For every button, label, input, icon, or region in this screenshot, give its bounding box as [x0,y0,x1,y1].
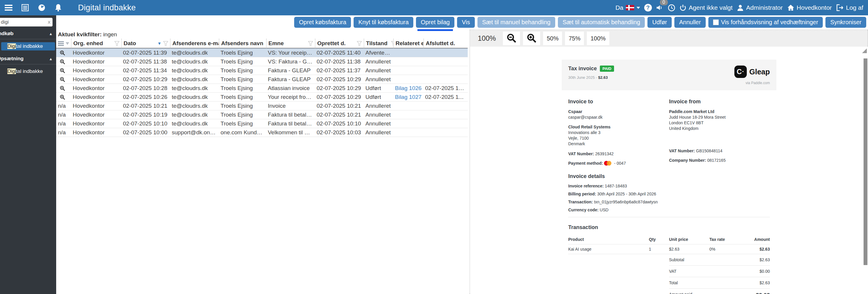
toolbar-button-saet-til-manuel-behandling[interactable]: Sæt til manuel behandling [477,17,555,28]
table-row[interactable]: Hovedkontor02-07-2025 10:29te@cloudrs.dk… [56,75,468,84]
zoom-100-button[interactable]: 100% [587,32,609,45]
logout-button[interactable]: Log af [836,4,863,11]
column-chooser-icon[interactable] [58,41,69,46]
toolbar-button-udfor[interactable]: Udfør [647,17,672,28]
bell-icon[interactable] [54,3,63,12]
filter-funnel-icon[interactable] [391,41,394,46]
table-row[interactable]: n/aHovedkontor02-07-2025 10:10te@cloudrs… [56,119,468,128]
column-header-afsenderens-email[interactable]: Afsenderens e-mail [170,39,219,48]
row-cell-emne: VS: Faktura - GLEAP [266,59,315,65]
sidebar-item-digital-indbakke-0[interactable]: Digital indbakke [1,42,55,50]
hamburger-menu-icon[interactable] [4,3,13,12]
table-row[interactable]: n/aHovedkontor02-07-2025 10:21te@cloudrs… [56,102,468,110]
row-cell-afsenders-navn: Troels Ejsing [219,76,266,83]
search-clear-icon[interactable]: x [48,19,51,25]
search-input[interactable] [0,18,53,27]
table-row[interactable]: n/aHovedkontor02-07-2025 10:00support@dk… [56,128,468,137]
help-icon: ? [644,4,652,11]
row-cell-emne: Faktura til betaling [266,112,315,118]
preview-checkbox-icon[interactable] [713,20,719,25]
magnifier-icon[interactable] [60,68,69,73]
scrollbar-thumb[interactable] [864,59,867,265]
row-cell-dato: 02-07-2025 11:38 [121,59,170,65]
table-row[interactable]: Hovedkontor02-07-2025 11:38te@cloudrs.dk… [56,57,468,66]
row-cell-tilstand: Annulleret [364,67,393,74]
magnifier-icon[interactable] [60,85,69,91]
history-button[interactable] [668,4,675,11]
task-list-icon[interactable] [21,3,30,12]
magnifier-icon[interactable] [60,59,69,64]
column-header-relateret-enh[interactable]: Relateret enh... [393,39,423,48]
row-preview-cell [56,68,71,73]
toolbar-button-synkroniser[interactable]: Synkroniser [826,17,866,28]
preview-panel: 100% 50% 75% 100% Tax invoice PAID [469,30,868,294]
bilag-link[interactable]: Bilag 1027 [395,94,422,100]
magnifier-icon[interactable] [60,77,69,82]
sound-button[interactable]: 0 [656,4,664,11]
zoom-50-button[interactable]: 50% [543,32,562,45]
table-row[interactable]: Hovedkontor02-07-2025 11:34te@cloudrs.dk… [56,66,468,75]
sidebar-item-digital-indbakke-1[interactable]: Digital indbakke [1,67,55,76]
table-row[interactable]: Hovedkontor02-07-2025 11:39te@cloudrs.dk… [56,48,468,57]
language-selector[interactable]: Da [616,4,640,11]
column-header-afsenders-navn[interactable]: Afsenders navn [219,39,266,48]
agent-selector[interactable]: Agent ikke valgt [679,4,733,11]
row-cell-tilstand: Annulleret [364,103,393,109]
zoom-out-button[interactable] [503,32,520,45]
toolbar-button-opret-kobsfaktura[interactable]: Opret købsfaktura [294,17,351,28]
column-header-tilstand[interactable]: Tilstand [364,39,393,48]
row-cell-org-enhed: Hovedkontor [71,49,121,56]
filter-funnel-icon[interactable] [357,41,362,46]
invoice-title: Tax invoice [568,66,597,72]
invoice-details-lines: Invoice reference: 1487-18483Billing per… [568,184,770,212]
zoom-75-button[interactable]: 75% [565,32,584,45]
row-cell-org-enhed: Hovedkontor [71,112,121,118]
row-cell-afsenders-navn: one.com Kundeservice [219,129,266,136]
gauge-icon[interactable] [37,3,46,12]
filter-funnel-icon[interactable] [115,41,119,46]
filter-funnel-icon[interactable] [308,41,313,46]
toolbar-button-saet-til-automatisk-behandling[interactable]: Sæt til automatisk behandling [558,17,645,28]
power-icon [679,4,686,11]
filter-funnel-icon[interactable] [163,41,168,46]
column-header-preview[interactable] [56,39,71,48]
zoom-in-button[interactable] [523,32,540,45]
bilag-link[interactable]: Bilag 1026 [395,85,422,91]
column-header-afsluttet-d[interactable]: Afsluttet d. [423,39,468,48]
toolbar-button-vis[interactable]: Vis [457,17,474,28]
column-header-org-enhed[interactable]: Org. enhed [71,39,121,48]
row-preview-cell [56,59,71,64]
column-header-dato[interactable]: Dato▼ [121,39,170,48]
bill-to-email: caspar@cspaar.dk [568,114,669,120]
row-cell-tilstand: Annulleret [364,59,393,65]
column-header-oprettet-d[interactable]: Oprettet d. [315,39,364,48]
table-row[interactable]: Hovedkontor02-07-2025 10:26te@cloudrs.dk… [56,93,468,102]
sidebar-group-header-1[interactable]: Opsætning▲ [0,52,56,64]
brand-block: C· Gleap via Paddle.com [734,66,770,85]
row-preview-na: n/a [56,112,71,118]
toolbar-button-opret-bilag[interactable]: Opret bilag [416,17,455,28]
user-menu[interactable]: Administrator [737,4,783,11]
toolbar-button-vis-forhandsvisning[interactable]: Vis forhåndsvisning af vedhæftninger [708,17,823,28]
resize-grip[interactable] [862,48,867,53]
magnifier-icon[interactable] [60,95,69,100]
org-menu[interactable]: Hovedkontor [787,4,832,11]
invoice-from-section: Invoice from Paddle.com Market Ltd Judd … [669,96,770,166]
toolbar-button-knyt-til-kobsfaktura[interactable]: Knyt til købsfaktura [353,17,413,28]
sidebar-group-header-0[interactable]: Indkøb▲ [0,27,56,39]
zoom-in-icon [527,33,536,43]
help-button[interactable]: ? [644,4,652,11]
row-cell-afsenders-navn: Troels Ejsing [219,49,266,56]
preview-scrollbar[interactable] [864,59,867,294]
sidebar-search: x [0,18,53,27]
column-header-emne[interactable]: Emne [266,39,315,48]
toolbar-button-annuller[interactable]: Annuller [674,17,705,28]
magnifier-icon[interactable] [60,50,69,56]
row-cell-org-enhed: Hovedkontor [71,67,121,74]
sidebar-group-label: Indkøb [0,31,13,37]
quickfilter: Aktuel kvikfilter: ingen [58,31,117,38]
invoice-details-section: Invoice details Invoice reference: 1487-… [562,166,776,212]
table-row[interactable]: Hovedkontor02-07-2025 10:28te@cloudrs.dk… [56,84,468,93]
quickfilter-label: Aktuel kvikfilter: [58,31,102,37]
table-row[interactable]: n/aHovedkontor02-07-2025 10:19te@cloudrs… [56,110,468,119]
